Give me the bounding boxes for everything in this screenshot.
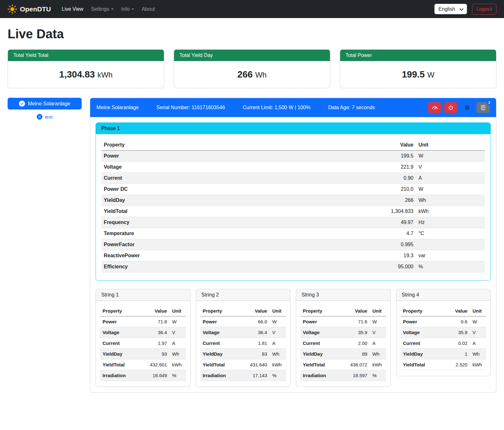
table-header-row: Property Value Unit — [200, 306, 286, 316]
value-cell: 0.90 — [339, 173, 416, 184]
table-row: YieldTotal432.601kWh — [100, 359, 186, 370]
value-cell: 19.3 — [339, 250, 416, 261]
language-select[interactable]: English — [434, 4, 467, 14]
page-container: Live Data Total Yield Total 1,304.83kWh … — [0, 18, 504, 402]
property-cell: YieldTotal — [101, 206, 339, 217]
property-cell: Power — [100, 316, 140, 327]
table-row: Power71.6W — [300, 316, 386, 327]
table-row: Voltage35.9V — [300, 327, 386, 338]
unit-cell: Wh — [416, 195, 485, 206]
nav-settings[interactable]: Settings — [87, 4, 117, 15]
property-cell: Power — [401, 316, 441, 327]
table-row: Voltage35.9V — [401, 327, 487, 338]
unit-cell: V — [470, 327, 486, 338]
property-cell: Power — [101, 151, 339, 162]
value-cell: 438.072 — [341, 359, 370, 370]
value-cell: 1.81 — [240, 338, 270, 349]
unit-header: Unit — [170, 306, 186, 316]
unit-header: Unit — [370, 306, 386, 316]
unit-cell: % — [416, 261, 485, 272]
value-header: Value — [441, 306, 470, 316]
value-cell: 36.4 — [140, 327, 170, 338]
property-cell: Temperature — [101, 228, 339, 239]
event-log-button[interactable]: 2 — [476, 102, 490, 113]
unit-cell: var — [416, 250, 485, 261]
table-row: YieldDay83Wh — [200, 349, 286, 359]
inverter-select-test[interactable]: test — [8, 114, 82, 120]
summary-value: 1,304.83 — [59, 69, 95, 79]
power-button[interactable] — [444, 102, 457, 113]
limit-settings-button[interactable] — [428, 102, 441, 113]
property-cell: Current — [101, 173, 339, 184]
power-icon — [448, 105, 454, 110]
value-cell: 2.00 — [341, 338, 370, 349]
inverter-select-meine-solaranlage[interactable]: Meine Solaranlage — [8, 98, 82, 109]
nav-about[interactable]: About — [138, 4, 159, 15]
logout-button[interactable]: Logout — [472, 4, 496, 15]
unit-cell: % — [370, 370, 386, 381]
unit-cell: °C — [416, 228, 485, 239]
inverter-name: Meine Solaranlage — [96, 105, 139, 110]
unit-cell: A — [270, 338, 286, 349]
summary-card-body: 199.5W — [340, 61, 496, 88]
value-cell: 71.6 — [341, 316, 370, 327]
string-title: String 2 — [196, 289, 290, 301]
property-cell: Power DC — [101, 184, 339, 195]
device-info-button[interactable] — [460, 102, 474, 113]
unit-cell: W — [416, 184, 485, 195]
chevron-down-icon — [132, 9, 134, 10]
property-cell: Voltage — [401, 327, 441, 338]
table-row: YieldDay89Wh — [300, 349, 386, 359]
unit-cell: kWh — [470, 359, 486, 370]
unit-cell: V — [416, 162, 485, 173]
summary-unit: Wh — [255, 71, 267, 79]
table-row: Voltage36.4V — [100, 327, 186, 338]
value-cell: 17.143 — [240, 370, 270, 381]
nav-info[interactable]: Info — [117, 4, 138, 15]
value-cell: 210.0 — [339, 184, 416, 195]
value-cell: 199.5 — [339, 151, 416, 162]
value-cell: 49.97 — [339, 217, 416, 228]
value-cell: 0.6 — [441, 316, 470, 327]
value-cell: 36.4 — [240, 327, 270, 338]
value-cell: 2.520 — [441, 359, 470, 370]
value-cell: 0.995 — [339, 239, 416, 250]
table-row: Voltage36.4V — [200, 327, 286, 338]
table-row: ReactivePower19.3var — [101, 250, 485, 261]
value-cell: 1.97 — [140, 338, 170, 349]
property-cell: YieldTotal — [401, 359, 441, 370]
unit-header: Unit — [470, 306, 486, 316]
summary-value: 266 — [237, 69, 252, 79]
unit-header: Unit — [270, 306, 286, 316]
table-row: Voltage221.9V — [101, 162, 485, 173]
value-cell: 95.000 — [339, 261, 416, 272]
inverter-select-label: test — [45, 114, 52, 120]
value-cell: 89 — [341, 349, 370, 359]
property-header: Property — [100, 306, 140, 316]
table-row: Power DC210.0W — [101, 184, 485, 195]
phase-title: Phase 1 — [96, 123, 490, 134]
nav-live-view[interactable]: Live View — [58, 4, 87, 15]
unit-cell: Wh — [470, 349, 486, 359]
table-row: Efficiency95.000% — [101, 261, 485, 272]
table-row: YieldTotal1,304.833kWh — [101, 206, 485, 217]
brand-label: OpenDTU — [20, 5, 51, 13]
property-header: Property — [401, 306, 441, 316]
table-row: YieldDay1Wh — [401, 349, 487, 359]
summary-unit: W — [427, 71, 434, 79]
property-cell: ReactivePower — [101, 250, 339, 261]
unit-cell: Wh — [270, 349, 286, 359]
brand[interactable]: OpenDTU — [8, 4, 51, 14]
nav-links: Live View Settings Info About — [58, 4, 159, 15]
value-cell: 93 — [140, 349, 170, 359]
unit-header: Unit — [416, 140, 485, 151]
summary-card-body: 266Wh — [174, 61, 330, 88]
unit-cell: % — [270, 370, 286, 381]
unit-cell: V — [370, 327, 386, 338]
string-title: String 3 — [296, 289, 390, 301]
summary-card-total-yield-day: Total Yield Day 266Wh — [174, 49, 330, 88]
unit-cell: W — [170, 316, 186, 327]
value-cell: 35.9 — [341, 327, 370, 338]
table-row: YieldDay266Wh — [101, 195, 485, 206]
table-row: YieldTotal431.640kWh — [200, 359, 286, 370]
